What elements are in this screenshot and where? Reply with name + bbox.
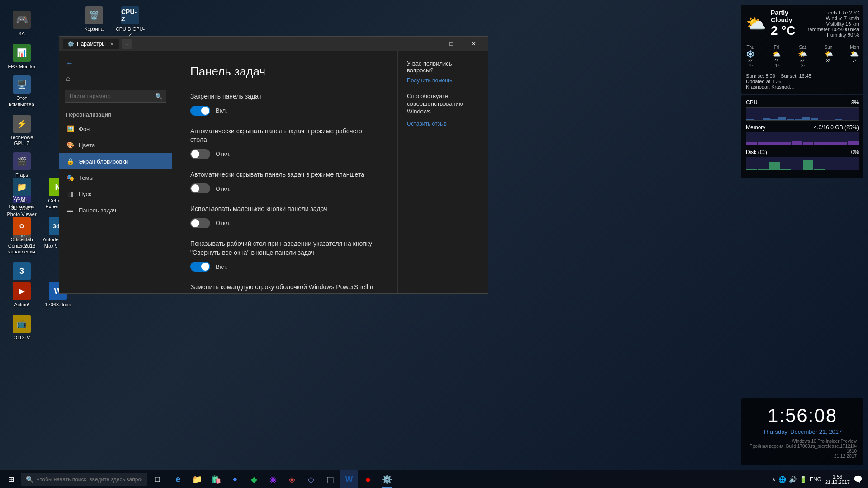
taskbar-app-chrome[interactable]: ● bbox=[226, 470, 244, 488]
tab-close-button[interactable]: ✕ bbox=[108, 41, 115, 47]
taskbar-search-input[interactable] bbox=[36, 476, 142, 483]
weather-day-thu: Thu ❄️ 3° -2° bbox=[746, 45, 755, 68]
sidebar-item-cveta[interactable]: 🎨 Цвета bbox=[59, 137, 172, 153]
desktop-icon-cpuid[interactable]: CPU-Z CPUID CPU-Z bbox=[113, 5, 147, 40]
lock-taskbar-label: Закрепить панель задач bbox=[190, 92, 379, 101]
settings-tab-label: Параметры bbox=[77, 41, 106, 47]
back-button[interactable]: ← bbox=[59, 56, 172, 71]
taskbar-app-obs[interactable]: ◉ bbox=[264, 470, 282, 488]
fps-monitor-icon: 📊 bbox=[13, 44, 31, 62]
start-button[interactable]: ⊞ bbox=[2, 470, 20, 488]
sidebar-item-lock-screen[interactable]: 🔒 Экран блокировки bbox=[59, 153, 172, 169]
cpu-bar bbox=[746, 107, 859, 121]
peek-desktop-state: Вкл. bbox=[216, 263, 227, 270]
replace-cmd-label: Заменить командную строку оболочкой Wind… bbox=[190, 283, 379, 293]
taskbar-app-word[interactable]: W bbox=[340, 470, 358, 488]
taskbar-app-store[interactable]: 🛍️ bbox=[207, 470, 225, 488]
small-buttons-state: Откл. bbox=[216, 220, 231, 226]
cveta-label: Цвета bbox=[79, 142, 95, 149]
desktop-icons-area: 🎮 КА 📊 FPS Monitor 🖥️ Этот компьютер ⚡ T… bbox=[0, 5, 47, 300]
fps-monitor-label: FPS Monitor bbox=[8, 64, 35, 70]
action-center-button[interactable]: 🗨️ bbox=[854, 475, 863, 483]
weather-day-fri: Fri ⛅ 4° -1° bbox=[772, 45, 781, 68]
temy-icon: 🎭 bbox=[66, 174, 74, 181]
add-tab-button[interactable]: + bbox=[122, 39, 132, 49]
word-doc-label: 17063.docx bbox=[45, 302, 71, 308]
desktop-icon-uwp[interactable]: 📁 UWP Проводник bbox=[5, 176, 39, 211]
battery-icon: 🔋 bbox=[799, 476, 807, 483]
maximize-button[interactable]: □ bbox=[441, 37, 462, 51]
clock-time: 1:56:08 bbox=[748, 405, 857, 427]
notification-area: ∧ 🌐 🔊 🔋 ENG bbox=[772, 476, 821, 483]
settings-window: ⚙️ Параметры ✕ + — □ ✕ ← ⌂ 🔍 Персонализ bbox=[59, 36, 488, 294]
taskbar-app-misc1[interactable]: ◫ bbox=[321, 470, 339, 488]
sidebar-item-fon[interactable]: 🖼️ Фон bbox=[59, 121, 172, 137]
taskbar-search-box[interactable]: 🔍 bbox=[21, 473, 147, 486]
auto-hide-desktop-toggle[interactable] bbox=[190, 149, 210, 159]
settings-tab[interactable]: ⚙️ Параметры ✕ bbox=[63, 39, 119, 49]
auto-hide-desktop-state: Откл. bbox=[216, 150, 231, 157]
feedback-title: Способствуйте совершенствованию Windows bbox=[407, 93, 479, 116]
get-help-link[interactable]: Получить помощь bbox=[407, 77, 479, 84]
taskbar-app-discord[interactable]: ◇ bbox=[302, 470, 320, 488]
volume-icon[interactable]: 🔊 bbox=[789, 476, 797, 483]
weather-condition-icon: ⛅ bbox=[746, 14, 766, 33]
peek-desktop-label: Показывать рабочий стол при наведении ук… bbox=[190, 239, 379, 257]
barometer-stat: Barometer 1029.00 hPa bbox=[806, 27, 859, 32]
humidity-stat: Humidity 90 % bbox=[806, 32, 859, 38]
search-input[interactable] bbox=[65, 90, 166, 103]
taskbar-time-display: 1:56 bbox=[825, 474, 850, 479]
disk-value: 0% bbox=[851, 149, 859, 155]
taskbar-app-edge[interactable]: e bbox=[169, 470, 187, 488]
desktop-icon-oldtv[interactable]: 📺 OLDTV bbox=[5, 313, 39, 343]
desktop-icon-fps-monitor[interactable]: 📊 FPS Monitor bbox=[5, 42, 39, 71]
setting-auto-hide-desktop: Автоматически скрывать панель задач в ре… bbox=[190, 127, 379, 159]
weather-day-mon: Mon 🌥️ 7° — bbox=[850, 45, 859, 68]
peek-desktop-toggle[interactable] bbox=[190, 262, 210, 272]
korinna-label: Корзина bbox=[85, 26, 104, 32]
taskbar-app-settings[interactable]: ⚙️ bbox=[378, 470, 396, 488]
window-titlebar: ⚙️ Параметры ✕ + — □ ✕ bbox=[59, 37, 488, 51]
desktop: 🎮 КА 📊 FPS Monitor 🖥️ Этот компьютер ⚡ T… bbox=[0, 0, 868, 488]
feedback-link[interactable]: Оставить отзыв bbox=[407, 121, 447, 127]
taskbar-app-vortex[interactable]: ◈ bbox=[283, 470, 301, 488]
lang-indicator[interactable]: ENG bbox=[810, 476, 821, 483]
sidebar-item-temy[interactable]: 🎭 Темы bbox=[59, 169, 172, 186]
auto-hide-tablet-toggle[interactable] bbox=[190, 183, 210, 193]
taskbar-app-explorer[interactable]: 📁 bbox=[188, 470, 206, 488]
minimize-button[interactable]: — bbox=[418, 37, 439, 51]
setting-replace-cmd: Заменить командную строку оболочкой Wind… bbox=[190, 283, 379, 293]
task-view-button[interactable]: ❑ bbox=[148, 470, 166, 488]
lock-taskbar-state: Вкл. bbox=[216, 107, 227, 114]
page-title: Панель задач bbox=[190, 65, 379, 79]
window-body: ← ⌂ 🔍 Персонализация 🖼️ Фон 🎨 Цвета 🔒 bbox=[59, 51, 488, 293]
desktop-icon-this-pc[interactable]: 🖥️ Этот компьютер bbox=[5, 74, 39, 109]
ka-icon: 🎮 bbox=[13, 11, 31, 29]
desktop-icon-korinna[interactable]: 🗑️ Корзина bbox=[77, 5, 111, 34]
memory-monitor: Memory 4.0/16.0 GB (25%) bbox=[746, 124, 859, 145]
settings-tab-icon: ⚙️ bbox=[67, 41, 74, 47]
home-button[interactable]: ⌂ bbox=[59, 71, 172, 86]
close-button[interactable]: ✕ bbox=[463, 37, 484, 51]
taskbar-app-spotify[interactable]: ◆ bbox=[245, 470, 263, 488]
desktop-icon-ka[interactable]: 🎮 КА bbox=[5, 9, 39, 38]
desktop-icon-office-tab[interactable]: O Office Tab Center 2013 bbox=[5, 215, 39, 250]
taskbar-clock[interactable]: 1:56 21.12.2017 bbox=[825, 474, 850, 485]
show-hidden-icons[interactable]: ∧ bbox=[772, 476, 776, 483]
taskbar-search-icon: 🔍 bbox=[26, 476, 33, 483]
desktop-icon-techpowe[interactable]: ⚡ TechPowe GPU-Z bbox=[5, 113, 39, 148]
sidebar-item-panel-zadach[interactable]: ▬ Панель задач bbox=[59, 202, 172, 218]
cpu-monitor: CPU 3% bbox=[746, 99, 859, 121]
desktop-icon-action[interactable]: ▶ Action! bbox=[5, 280, 39, 310]
small-buttons-toggle[interactable] bbox=[190, 218, 210, 228]
uwp-label: UWP Проводник bbox=[6, 198, 37, 210]
wind-stat: Wind ↙ 7 km/h bbox=[806, 15, 859, 21]
disk-monitor: Disk (C:) 0% bbox=[746, 149, 859, 170]
memory-label: Memory bbox=[746, 124, 765, 131]
sunset-value: 16:45 bbox=[799, 73, 811, 79]
network-icon[interactable]: 🌐 bbox=[778, 476, 786, 483]
lock-taskbar-toggle[interactable] bbox=[190, 106, 210, 116]
sidebar-item-pusk[interactable]: ▦ Пуск bbox=[59, 186, 172, 202]
taskbar-app-red[interactable]: ● bbox=[359, 470, 377, 488]
action-icon: ▶ bbox=[13, 282, 31, 300]
